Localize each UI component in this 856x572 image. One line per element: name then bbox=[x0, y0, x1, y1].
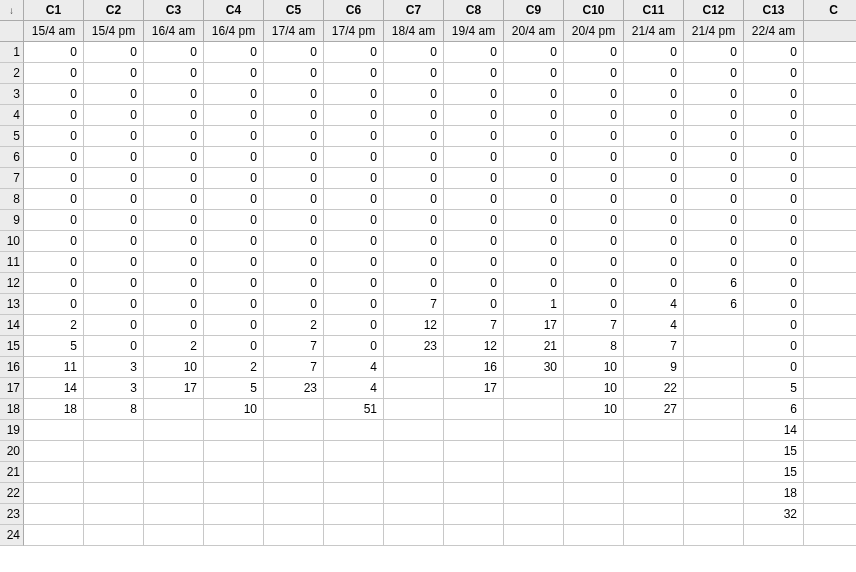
data-cell[interactable]: 0 bbox=[324, 63, 384, 84]
data-cell[interactable] bbox=[684, 462, 744, 483]
data-cell[interactable]: 0 bbox=[324, 315, 384, 336]
data-cell[interactable]: 0 bbox=[264, 189, 324, 210]
data-cell[interactable] bbox=[144, 525, 204, 546]
data-cell[interactable] bbox=[564, 504, 624, 525]
data-cell[interactable] bbox=[804, 357, 856, 378]
column-header-label[interactable]: 17/4 pm bbox=[324, 21, 384, 42]
data-cell[interactable]: 0 bbox=[744, 315, 804, 336]
column-header-id[interactable]: C2 bbox=[84, 0, 144, 21]
data-cell[interactable]: 0 bbox=[324, 189, 384, 210]
column-header-id[interactable]: C13 bbox=[744, 0, 804, 21]
data-cell[interactable]: 0 bbox=[684, 210, 744, 231]
data-cell[interactable] bbox=[384, 378, 444, 399]
data-cell[interactable]: 0 bbox=[84, 231, 144, 252]
data-cell[interactable]: 12 bbox=[444, 336, 504, 357]
data-cell[interactable]: 0 bbox=[84, 294, 144, 315]
column-header-id[interactable]: C3 bbox=[144, 0, 204, 21]
data-cell[interactable]: 0 bbox=[744, 147, 804, 168]
data-cell[interactable]: 0 bbox=[84, 315, 144, 336]
data-cell[interactable]: 0 bbox=[24, 231, 84, 252]
data-cell[interactable]: 0 bbox=[744, 126, 804, 147]
data-cell[interactable] bbox=[804, 147, 856, 168]
data-cell[interactable]: 21 bbox=[504, 336, 564, 357]
data-cell[interactable] bbox=[384, 525, 444, 546]
row-header[interactable]: 19 bbox=[0, 420, 24, 441]
data-cell[interactable]: 0 bbox=[144, 252, 204, 273]
data-cell[interactable] bbox=[204, 525, 264, 546]
row-header[interactable]: 2 bbox=[0, 63, 24, 84]
data-cell[interactable]: 0 bbox=[744, 231, 804, 252]
data-cell[interactable] bbox=[264, 483, 324, 504]
data-cell[interactable]: 0 bbox=[684, 84, 744, 105]
data-cell[interactable]: 0 bbox=[444, 273, 504, 294]
data-cell[interactable]: 0 bbox=[204, 105, 264, 126]
data-cell[interactable] bbox=[444, 462, 504, 483]
column-header-label[interactable]: 18/4 am bbox=[384, 21, 444, 42]
data-cell[interactable] bbox=[204, 420, 264, 441]
data-cell[interactable]: 0 bbox=[384, 168, 444, 189]
data-cell[interactable]: 0 bbox=[684, 105, 744, 126]
data-cell[interactable]: 0 bbox=[624, 63, 684, 84]
data-cell[interactable] bbox=[564, 420, 624, 441]
data-cell[interactable]: 0 bbox=[564, 84, 624, 105]
data-cell[interactable]: 0 bbox=[24, 273, 84, 294]
data-cell[interactable] bbox=[684, 315, 744, 336]
data-cell[interactable]: 10 bbox=[144, 357, 204, 378]
row-header[interactable]: 12 bbox=[0, 273, 24, 294]
data-cell[interactable] bbox=[384, 399, 444, 420]
data-cell[interactable]: 0 bbox=[264, 105, 324, 126]
data-cell[interactable]: 4 bbox=[624, 315, 684, 336]
data-cell[interactable]: 0 bbox=[324, 294, 384, 315]
row-header[interactable]: 17 bbox=[0, 378, 24, 399]
data-cell[interactable]: 0 bbox=[204, 231, 264, 252]
data-cell[interactable]: 10 bbox=[204, 399, 264, 420]
data-cell[interactable] bbox=[804, 231, 856, 252]
data-cell[interactable]: 0 bbox=[744, 168, 804, 189]
row-header[interactable]: 8 bbox=[0, 189, 24, 210]
data-cell[interactable] bbox=[504, 378, 564, 399]
data-cell[interactable]: 0 bbox=[384, 231, 444, 252]
data-cell[interactable]: 0 bbox=[204, 273, 264, 294]
data-cell[interactable]: 4 bbox=[324, 357, 384, 378]
data-cell[interactable]: 0 bbox=[24, 210, 84, 231]
data-cell[interactable]: 0 bbox=[84, 105, 144, 126]
row-header[interactable]: 22 bbox=[0, 483, 24, 504]
data-cell[interactable]: 0 bbox=[144, 210, 204, 231]
data-cell[interactable] bbox=[384, 483, 444, 504]
data-cell[interactable]: 0 bbox=[264, 210, 324, 231]
data-cell[interactable] bbox=[264, 504, 324, 525]
data-cell[interactable]: 0 bbox=[84, 252, 144, 273]
data-cell[interactable]: 0 bbox=[684, 231, 744, 252]
data-cell[interactable] bbox=[444, 399, 504, 420]
data-cell[interactable]: 0 bbox=[264, 231, 324, 252]
data-cell[interactable]: 27 bbox=[624, 399, 684, 420]
data-cell[interactable]: 0 bbox=[24, 294, 84, 315]
data-cell[interactable]: 0 bbox=[144, 42, 204, 63]
data-cell[interactable] bbox=[804, 63, 856, 84]
data-cell[interactable]: 0 bbox=[144, 294, 204, 315]
data-cell[interactable] bbox=[804, 336, 856, 357]
data-cell[interactable]: 0 bbox=[444, 168, 504, 189]
data-cell[interactable] bbox=[804, 210, 856, 231]
row-header[interactable]: 13 bbox=[0, 294, 24, 315]
data-cell[interactable]: 0 bbox=[384, 189, 444, 210]
data-cell[interactable]: 0 bbox=[624, 210, 684, 231]
data-cell[interactable]: 0 bbox=[744, 252, 804, 273]
data-cell[interactable] bbox=[624, 504, 684, 525]
data-cell[interactable] bbox=[624, 441, 684, 462]
data-cell[interactable] bbox=[804, 189, 856, 210]
data-cell[interactable] bbox=[204, 504, 264, 525]
row-header[interactable]: 14 bbox=[0, 315, 24, 336]
data-cell[interactable] bbox=[684, 399, 744, 420]
data-cell[interactable]: 0 bbox=[204, 336, 264, 357]
data-cell[interactable]: 23 bbox=[384, 336, 444, 357]
data-cell[interactable]: 0 bbox=[744, 63, 804, 84]
data-cell[interactable]: 32 bbox=[744, 504, 804, 525]
row-header[interactable]: 23 bbox=[0, 504, 24, 525]
data-cell[interactable]: 0 bbox=[504, 231, 564, 252]
data-cell[interactable]: 0 bbox=[624, 42, 684, 63]
data-cell[interactable]: 0 bbox=[624, 273, 684, 294]
data-cell[interactable]: 0 bbox=[84, 63, 144, 84]
data-cell[interactable]: 0 bbox=[84, 336, 144, 357]
data-cell[interactable] bbox=[804, 504, 856, 525]
